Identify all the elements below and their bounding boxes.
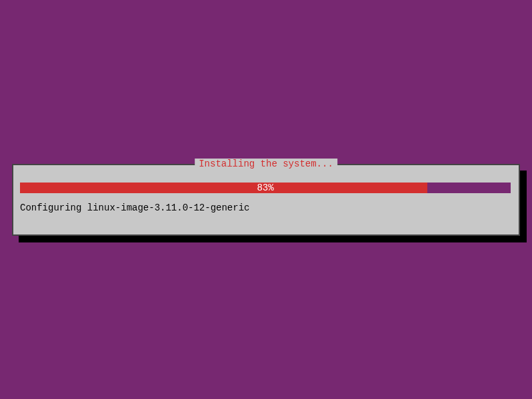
status-text: Configuring linux-image-3.11.0-12-generi… [20,202,249,213]
progress-percent-label: 83% [20,183,511,193]
progress-bar: 83% [20,183,511,193]
install-dialog: Installing the system... 83% Configuring… [12,164,520,236]
dialog-title: Installing the system... [195,159,337,169]
